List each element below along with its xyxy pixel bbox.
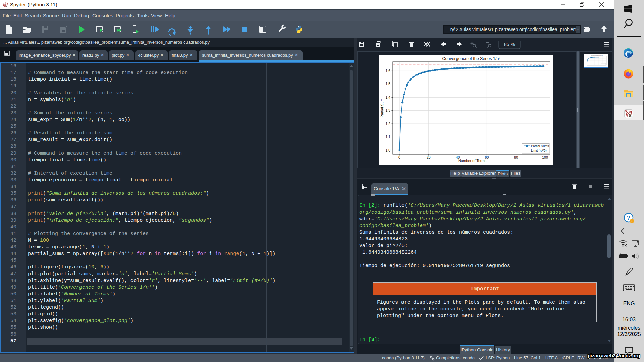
svg-text:85 %: 85 %	[504, 42, 515, 47]
svg-text:S: S	[6, 5, 8, 8]
svg-text:Partial Sums: Partial Sums	[531, 144, 549, 148]
svg-text:Partial Sum: Partial Sum	[380, 99, 384, 118]
svg-text:Number of Terms: Number of Terms	[458, 159, 487, 163]
svg-text:1.6: 1.6	[385, 69, 390, 73]
svg-text:1.1: 1.1	[385, 135, 390, 139]
svg-text:?: ?	[627, 215, 630, 221]
svg-text:1.4: 1.4	[385, 95, 390, 99]
svg-text:1.2: 1.2	[385, 122, 390, 126]
svg-text:80: 80	[514, 155, 518, 159]
svg-text:Limit (π²/6): Limit (π²/6)	[531, 148, 547, 152]
svg-text:20: 20	[427, 155, 431, 159]
svg-text:i: i	[632, 219, 633, 223]
svg-text:1.5: 1.5	[385, 82, 390, 86]
svg-text:Number of Terms: Number of Terms	[593, 66, 600, 67]
svg-text:pizarraweb24.ucoz.org: pizarraweb24.ucoz.org	[588, 353, 640, 358]
svg-text:Convergence of the Series 1/n2: Convergence of the Series 1/n2	[591, 55, 603, 56]
svg-text:S: S	[629, 113, 632, 118]
svg-text:100: 100	[542, 155, 548, 159]
svg-text:1.3: 1.3	[385, 108, 390, 112]
svg-text:Convergence of the Series 1/n²: Convergence of the Series 1/n²	[442, 56, 500, 61]
svg-text:1.0: 1.0	[385, 148, 390, 152]
svg-text:0: 0	[398, 155, 400, 159]
